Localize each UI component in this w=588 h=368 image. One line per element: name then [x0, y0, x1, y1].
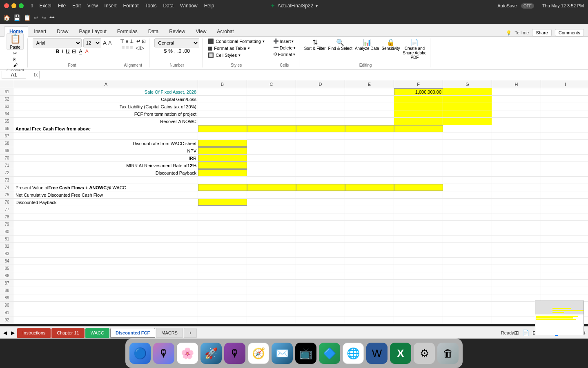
tools-menu[interactable]: Tools — [145, 3, 157, 9]
cell-81-h[interactable] — [492, 236, 541, 242]
bold-button[interactable]: B — [56, 48, 59, 54]
cell-84-i[interactable] — [541, 258, 588, 265]
cell-63-e[interactable] — [345, 103, 394, 110]
cell-78-h[interactable] — [492, 213, 541, 220]
cell-76-g[interactable] — [443, 199, 492, 206]
cell-71-i[interactable] — [541, 162, 588, 169]
cell-84-c[interactable] — [247, 258, 296, 265]
redo-icon[interactable]: ↪ — [42, 15, 46, 21]
col-header-c[interactable]: C — [247, 80, 296, 88]
cell-67-i[interactable] — [541, 132, 588, 139]
cell-80-g[interactable] — [443, 228, 492, 235]
cell-89-h[interactable] — [492, 294, 541, 301]
cell-64-h[interactable] — [492, 110, 541, 117]
cell-78-d[interactable] — [296, 213, 345, 220]
underline-button[interactable]: U — [66, 48, 69, 54]
cell-85-e[interactable] — [345, 265, 394, 272]
next-sheet-icon[interactable]: ▶ — [9, 329, 16, 337]
cell-76-a[interactable]: Discounted Payback — [14, 199, 198, 206]
col-header-a[interactable]: A — [14, 80, 198, 88]
cell-77-c[interactable] — [247, 206, 296, 213]
cell-91-g[interactable] — [443, 309, 492, 316]
cell-86-e[interactable] — [345, 272, 394, 279]
currency-icon[interactable]: $ — [164, 48, 167, 54]
cell-80-h[interactable] — [492, 228, 541, 235]
file-menu[interactable]: File — [58, 3, 66, 9]
paste-button[interactable]: 📋 Paste — [7, 33, 24, 50]
close-button[interactable] — [4, 3, 9, 8]
cell-61-c[interactable] — [247, 88, 296, 95]
cell-61-i[interactable] — [541, 88, 588, 95]
cell-77-e[interactable] — [345, 206, 394, 213]
cell-88-h[interactable] — [492, 287, 541, 294]
cell-67-f[interactable] — [394, 132, 443, 139]
cell-90-b[interactable] — [198, 302, 247, 309]
cell-65-e[interactable] — [345, 118, 394, 125]
wrap-text-icon[interactable]: ↵ — [136, 38, 140, 44]
tab-draw[interactable]: Draw — [52, 27, 73, 36]
cell-83-e[interactable] — [345, 250, 394, 257]
cell-89-g[interactable] — [443, 294, 492, 301]
finder-icon[interactable]: 🔵 — [129, 343, 151, 364]
cell-71-d[interactable] — [296, 162, 345, 169]
cell-85-h[interactable] — [492, 265, 541, 272]
cell-78-i[interactable] — [541, 213, 588, 220]
cell-68-d[interactable] — [296, 140, 345, 147]
prev-sheet-icon[interactable]: ◀ — [2, 329, 9, 337]
cell-66-b[interactable] — [198, 125, 247, 132]
cell-88-e[interactable] — [345, 287, 394, 294]
sheet-tab-macrs[interactable]: MACRS — [156, 328, 183, 338]
cell-73-e[interactable] — [345, 177, 394, 184]
normal-view-icon[interactable]: ⊞ — [514, 330, 519, 336]
cell-64-d[interactable] — [296, 110, 345, 117]
apple-menu[interactable]:  — [31, 3, 33, 9]
cell-64-b[interactable] — [198, 110, 247, 117]
cell-63-f[interactable] — [394, 103, 443, 110]
cell-77-f[interactable] — [394, 206, 443, 213]
cell-86-g[interactable] — [443, 272, 492, 279]
cell-87-c[interactable] — [247, 280, 296, 287]
col-header-g[interactable]: G — [443, 80, 492, 88]
cell-88-f[interactable] — [394, 287, 443, 294]
maximize-button[interactable] — [19, 3, 24, 8]
cell-64-g[interactable] — [443, 110, 492, 117]
cell-71-h[interactable] — [492, 162, 541, 169]
view-menu[interactable]: View — [87, 3, 98, 9]
cell-81-c[interactable] — [247, 236, 296, 242]
cell-71-a[interactable]: MIRR At Reinvestment Rate of 12% — [14, 162, 198, 169]
cell-74-f[interactable] — [394, 184, 443, 191]
cell-70-d[interactable] — [296, 155, 345, 162]
cell-75-c[interactable] — [247, 191, 296, 198]
formula-input[interactable] — [41, 71, 586, 79]
create-share-pdf-button[interactable]: 📄 Create and Share Adobe PDF — [402, 38, 427, 60]
cell-81-a[interactable] — [14, 236, 198, 242]
cell-64-e[interactable] — [345, 110, 394, 117]
cell-90-a[interactable] — [14, 302, 198, 309]
col-header-i[interactable]: I — [541, 80, 588, 88]
cell-87-b[interactable] — [198, 280, 247, 287]
cell-74-b[interactable] — [198, 184, 247, 191]
cut-icon[interactable]: ✂ — [13, 51, 18, 56]
cell-79-h[interactable] — [492, 221, 541, 228]
left-align-icon[interactable]: ≡ — [122, 45, 125, 51]
cell-65-d[interactable] — [296, 118, 345, 125]
italic-button[interactable]: I — [62, 48, 63, 54]
cell-90-e[interactable] — [345, 302, 394, 309]
sheet-tab-discounted-fcf[interactable]: Discounted FCF — [110, 328, 155, 338]
cell-69-c[interactable] — [247, 147, 296, 154]
cell-82-e[interactable] — [345, 243, 394, 250]
cell-79-g[interactable] — [443, 221, 492, 228]
cell-64-c[interactable] — [247, 110, 296, 117]
share-button[interactable]: Share — [532, 29, 551, 36]
cell-91-h[interactable] — [492, 309, 541, 316]
cell-68-h[interactable] — [492, 140, 541, 147]
podcasts-icon[interactable]: 🎙 — [224, 343, 245, 364]
save2-icon[interactable]: 📋 — [24, 14, 31, 21]
cell-74-d[interactable] — [296, 184, 345, 191]
cell-76-f[interactable] — [394, 199, 443, 206]
cell-77-d[interactable] — [296, 206, 345, 213]
cell-70-h[interactable] — [492, 155, 541, 162]
cell-78-c[interactable] — [247, 213, 296, 220]
cell-79-c[interactable] — [247, 221, 296, 228]
photos-icon[interactable]: 🌸 — [177, 343, 198, 364]
